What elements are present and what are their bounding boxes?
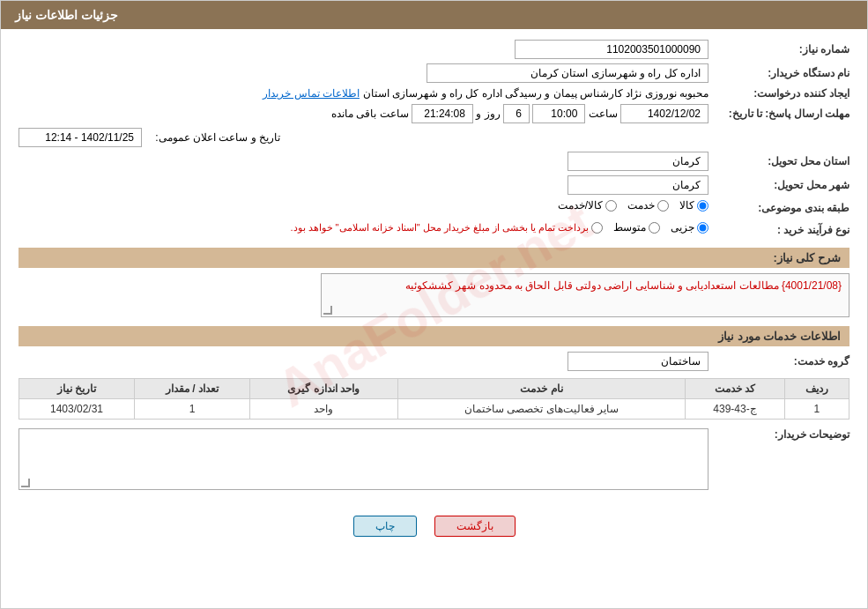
category-option-kala: کالا	[679, 199, 708, 212]
reply-deadline-row: مهلت ارسال پاسخ: تا تاریخ: 1402/12/02 سا…	[19, 104, 849, 123]
description-box: {4001/21/08} مطالعات استعدادیابی و شناسا…	[321, 273, 849, 317]
purchase-esnad-radio[interactable]	[591, 222, 603, 234]
cell-date: 1403/02/31	[19, 399, 135, 420]
announce-row: تاریخ و ساعت اعلان عمومی: 1402/11/25 - 1…	[19, 128, 849, 147]
services-section-title: اطلاعات خدمات مورد نیاز	[19, 326, 849, 346]
category-khedmat-radio[interactable]	[657, 200, 669, 212]
category-kala-label: کالا	[679, 199, 694, 212]
purchase-jozi-radio[interactable]	[697, 222, 708, 234]
resize-handle[interactable]	[323, 306, 332, 315]
city-row: شهر محل تحویل: کرمان	[19, 175, 849, 195]
col-row: ردیف	[784, 379, 849, 399]
print-button[interactable]: چاپ	[353, 516, 417, 537]
reply-time-value: 10:00	[532, 104, 585, 123]
description-text: {4001/21/08} مطالعات استعدادیابی و شناسا…	[405, 279, 842, 292]
creator-value: محبوبه نوروزی نژاد کارشناس پیمان و رسیدگ…	[363, 87, 708, 100]
creator-label: ایجاد کننده درخواست:	[708, 87, 849, 100]
category-option-khedmat: خدمت	[627, 199, 669, 212]
page-title: جزئیات اطلاعات نیاز	[15, 8, 118, 22]
col-code: کد خدمت	[686, 379, 785, 399]
need-number-row: شماره نیاز: 1102003501000090	[19, 40, 849, 59]
need-number-label: شماره نیاز:	[708, 43, 849, 56]
category-row: طبقه بندی موضوعی: کالا خدمت کالا/خدمت	[19, 199, 849, 217]
province-label: استان محل تحویل:	[708, 155, 849, 167]
city-value: کرمان	[568, 175, 708, 195]
page-header: جزئیات اطلاعات نیاز	[1, 1, 867, 29]
province-value: کرمان	[568, 152, 708, 171]
cell-quantity: 1	[135, 399, 250, 420]
purchase-esnad: برداخت تمام یا بخشی از مبلغ خریدار محل "…	[290, 222, 603, 234]
category-kala-radio[interactable]	[697, 200, 708, 212]
announce-value: 1402/11/25 - 12:14	[19, 128, 142, 147]
creator-link[interactable]: اطلاعات تماس خریدار	[263, 87, 360, 100]
announce-label: تاریخ و ساعت اعلان عمومی:	[155, 131, 280, 144]
col-name: نام خدمت	[397, 379, 685, 399]
category-option-kala-khedmat: کالا/خدمت	[558, 199, 617, 212]
buying-org-label: نام دستگاه خریدار:	[708, 67, 849, 79]
buyer-notes-label: توضیحات خریدار:	[708, 428, 849, 441]
buyer-notes-box	[19, 428, 708, 490]
services-table: ردیف کد خدمت نام خدمت واحد اندازه گیری ت…	[19, 378, 849, 420]
table-row: 1ج-43-439سایر فعالیت‌های تخصصی ساختمانوا…	[19, 399, 849, 420]
purchase-motavaset-radio[interactable]	[649, 222, 660, 234]
buying-org-row: نام دستگاه خریدار: اداره کل راه و شهرساز…	[19, 63, 849, 83]
group-service-row: گروه خدمت: ساختمان	[19, 352, 849, 371]
purchase-type-radio-group: جزیی متوسط برداخت تمام یا بخشی از مبلغ خ…	[290, 221, 708, 234]
category-radio-group: کالا خدمت کالا/خدمت	[558, 199, 708, 212]
reply-time-label: ساعت	[589, 108, 618, 120]
buyer-notes-resize[interactable]	[21, 479, 30, 487]
buying-org-value: اداره کل راه و شهرسازی استان کرمان	[427, 63, 708, 83]
buttons-row: بازگشت چاپ	[19, 501, 849, 547]
city-label: شهر محل تحویل:	[708, 179, 849, 191]
category-label: طبقه بندی موضوعی:	[708, 202, 849, 214]
back-button[interactable]: بازگشت	[434, 516, 516, 537]
purchase-motavaset: متوسط	[613, 221, 660, 234]
col-date: تاریخ نیاز	[19, 379, 135, 399]
need-number-value: 1102003501000090	[515, 40, 708, 59]
reply-days-value: 6	[503, 104, 530, 123]
col-unit: واحد اندازه گیری	[249, 379, 397, 399]
category-khedmat-label: خدمت	[627, 199, 655, 212]
purchase-motavaset-label: متوسط	[613, 221, 646, 234]
reply-deadline-label: مهلت ارسال پاسخ: تا تاریخ:	[708, 108, 849, 120]
col-qty: تعداد / مقدار	[135, 379, 250, 399]
cell-row: 1	[784, 399, 849, 420]
province-row: استان محل تحویل: کرمان	[19, 152, 849, 171]
category-kala-khedmat-label: کالا/خدمت	[558, 199, 603, 212]
purchase-esnad-label: برداخت تمام یا بخشی از مبلغ خریدار محل "…	[290, 222, 589, 234]
description-row: {4001/21/08} مطالعات استعدادیابی و شناسا…	[19, 273, 849, 317]
group-service-value: ساختمان	[568, 352, 708, 371]
purchase-type-row: نوع فرآیند خرید : جزیی متوسط برداخت تمام…	[19, 221, 849, 239]
cell-code: ج-43-439	[686, 399, 785, 420]
creator-row: ایجاد کننده درخواست: محبوبه نوروزی نژاد …	[19, 87, 849, 100]
category-kala-khedmat-radio[interactable]	[605, 200, 617, 212]
purchase-jozi: جزیی	[671, 221, 708, 234]
reply-remaining-label: ساعت باقی مانده	[331, 108, 409, 120]
cell-name: سایر فعالیت‌های تخصصی ساختمان	[397, 399, 685, 420]
description-section-title: شرح کلی نیاز:	[19, 248, 849, 268]
reply-remaining-value: 21:24:08	[412, 104, 473, 123]
buyer-notes-row: توضیحات خریدار:	[19, 428, 849, 497]
purchase-jozi-label: جزیی	[671, 221, 694, 234]
cell-unit: واحد	[249, 399, 397, 420]
group-service-label: گروه خدمت:	[708, 355, 849, 368]
purchase-type-label: نوع فرآیند خرید :	[708, 224, 849, 236]
reply-day-label: روز و	[476, 108, 500, 120]
reply-date-value: 1402/12/02	[620, 104, 708, 123]
